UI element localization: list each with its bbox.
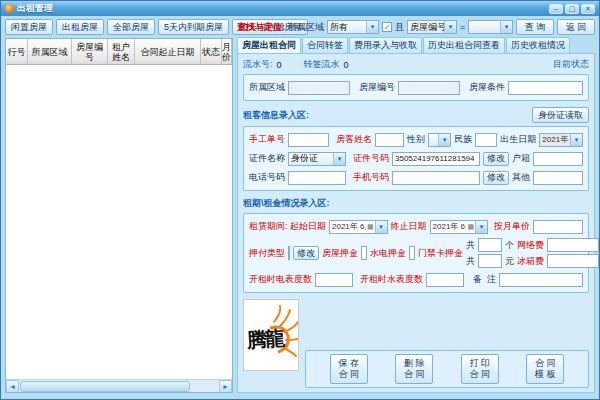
end-date-picker[interactable]: 2021年 6月 4日 ▦ ▾	[430, 220, 489, 234]
house-region-label: 所属区域	[249, 81, 285, 94]
water-meter-field[interactable]	[426, 273, 464, 287]
phone-field[interactable]	[288, 171, 346, 185]
back-button[interactable]: 返 回	[557, 19, 595, 35]
fridge-fee-field[interactable]	[547, 254, 599, 268]
chevron-down-icon: ▾	[500, 21, 512, 33]
total-label: 共	[466, 239, 475, 252]
all-houses-button[interactable]: 全部房屋	[107, 19, 155, 35]
network-count-field[interactable]	[478, 238, 502, 252]
col-house-number: 房屋编号	[72, 39, 108, 64]
modify-mobile-button[interactable]: 修改	[483, 171, 509, 185]
transfer-serial-value: 0	[344, 60, 349, 70]
chevron-down-icon: ▾	[570, 134, 582, 146]
current-status-label: 目前状态	[553, 58, 589, 71]
tenant-name-field[interactable]	[375, 133, 404, 147]
search-value-combobox[interactable]: ▾	[468, 20, 513, 34]
birth-date-label: 出生日期	[500, 133, 536, 146]
idle-houses-button[interactable]: 闲置房屋	[5, 19, 53, 35]
lease-section-title: 租期\租金情况录入区:	[243, 197, 330, 210]
print-contract-button[interactable]: 打 印 合 同	[461, 354, 499, 384]
transfer-serial-label: 转签流水	[304, 58, 340, 71]
remark-label: 备 注	[473, 273, 496, 286]
other-field[interactable]	[533, 171, 583, 185]
monthly-price-field[interactable]	[533, 220, 583, 234]
col-status: 状态	[201, 39, 222, 64]
tenglong-logo: 腾龍	[243, 299, 299, 371]
horizontal-scrollbar[interactable]: ◄ ►	[6, 379, 232, 392]
electric-meter-label: 开租时电表度数	[249, 273, 312, 286]
and-label: 且	[395, 21, 404, 34]
serial-value: 0	[277, 60, 282, 70]
electric-meter-field[interactable]	[315, 273, 353, 287]
start-date-picker[interactable]: 2021年 6月 4日 ▦ ▾	[329, 220, 388, 234]
cert-name-select[interactable]: 身份证 ▾	[288, 152, 346, 166]
cert-no-label: 证件号码	[353, 152, 389, 165]
network-fee-field[interactable]	[547, 238, 599, 252]
col-row-number: 行号	[6, 39, 28, 64]
tab-history-rent[interactable]: 历史收租情况	[506, 37, 570, 54]
serial-row: 流水号: 0 转签流水 0 目前状态	[243, 58, 589, 71]
other-label: 其他	[512, 171, 530, 184]
modify-cert-button[interactable]: 修改	[483, 152, 509, 166]
delete-contract-button[interactable]: 删 除 合 同	[395, 354, 433, 384]
col-monthly-price: 月价	[222, 39, 232, 64]
house-number-field[interactable]	[398, 81, 460, 95]
house-condition-label: 房屋条件	[469, 81, 505, 94]
search-locate-bar: 查找与定位: 所属区域 所有 ▾ ✓ 且 房屋编号 ▾ = ▾ 查 询 返 回	[237, 19, 595, 35]
expiring-5days-button[interactable]: 5天内到期房屋	[158, 19, 229, 35]
tab-rental-contract[interactable]: 房屋出租合同	[237, 37, 301, 54]
search-button[interactable]: 查 询	[516, 19, 554, 35]
save-contract-button[interactable]: 保 存 合 同	[330, 354, 368, 384]
manual-no-field[interactable]	[288, 133, 329, 147]
minimize-button[interactable]: –	[549, 4, 563, 14]
deposit-type-select[interactable]: ▾	[288, 246, 290, 260]
gender-select[interactable]: ▾	[428, 133, 451, 147]
chevron-down-icon: ▾	[475, 221, 487, 233]
tab-fee-entry-collection[interactable]: 费用录入与收取	[349, 37, 422, 54]
chevron-down-icon: ▾	[366, 21, 378, 33]
scrollbar-thumb[interactable]	[20, 381, 190, 392]
tab-contract-transfer[interactable]: 合同转签	[302, 37, 348, 54]
and-checkbox[interactable]: ✓	[382, 22, 392, 32]
search-locate-label: 查找与定位:	[237, 21, 285, 34]
lease-section-header: 租期\租金情况录入区:	[243, 197, 589, 210]
col-tenant-name: 租户姓名	[108, 39, 135, 64]
house-deposit-field[interactable]	[361, 246, 367, 260]
tenant-section-header: 租客信息录入区: 身份证读取	[243, 107, 589, 123]
tab-bar: 房屋出租合同 合同转签 费用录入与收取 历史出租合同查看 历史收租情况	[237, 38, 595, 54]
modify-deposit-button[interactable]: 修改	[293, 246, 319, 260]
ethnicity-field[interactable]	[475, 133, 497, 147]
scroll-left-icon[interactable]: ◄	[6, 380, 19, 393]
unit-ge-label: 个	[505, 239, 514, 252]
house-region-field[interactable]	[288, 81, 350, 95]
calendar-icon: ▦	[466, 223, 475, 231]
scroll-right-icon[interactable]: ►	[219, 380, 232, 393]
total-label: 共	[466, 255, 475, 268]
maximize-button[interactable]: ▢	[565, 4, 579, 14]
tenant-name-label: 房客姓名	[336, 133, 372, 146]
deposit-type-label: 押付类型	[249, 247, 285, 260]
read-id-card-button[interactable]: 身份证读取	[532, 107, 589, 123]
field-select[interactable]: 房屋编号 ▾	[407, 20, 457, 34]
table-body[interactable]	[6, 65, 232, 379]
chevron-down-icon: ▾	[375, 221, 387, 233]
close-button[interactable]: ✕	[581, 4, 595, 14]
house-condition-field[interactable]	[508, 81, 583, 95]
cert-no-field[interactable]	[392, 152, 480, 166]
utility-deposit-field[interactable]	[409, 246, 415, 260]
remark-field[interactable]	[499, 273, 583, 287]
table-header: 行号 所属区域 房屋编号 租户姓名 合同起止日期 状态 月价	[6, 39, 232, 65]
fridge-count-field[interactable]	[478, 254, 502, 268]
region-filter-select[interactable]: 所有 ▾	[327, 20, 379, 34]
tab-history-contracts[interactable]: 历史出租合同查看	[423, 37, 505, 54]
end-date-label: 终止日期	[391, 220, 427, 233]
birth-date-picker[interactable]: 2021年 6月 4日 ▾	[539, 133, 583, 147]
network-fee-label: 网络费	[517, 239, 544, 252]
lease-period-label: 租赁期间: 起始日期	[249, 220, 326, 233]
contract-template-button[interactable]: 合 同 模 板	[526, 354, 564, 384]
registry-label: 户籍	[512, 152, 530, 165]
water-meter-label: 开租时水表度数	[360, 273, 423, 286]
mobile-field[interactable]	[392, 171, 480, 185]
registry-field[interactable]	[533, 152, 583, 166]
rented-houses-button[interactable]: 出租房屋	[56, 19, 104, 35]
